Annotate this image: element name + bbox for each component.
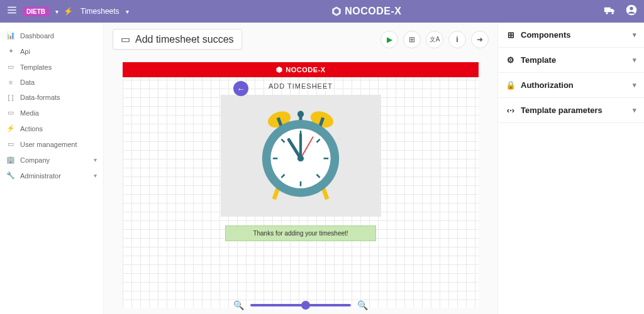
template-icon: ⚙ <box>506 55 516 65</box>
translate-button[interactable]: 文A <box>426 31 443 48</box>
accordion-label: Components <box>521 30 570 40</box>
sidebar-item-actions[interactable]: ⚡Actions <box>0 121 103 136</box>
sidebar-item-company[interactable]: 🏢Company▾ <box>0 152 103 168</box>
svg-point-32 <box>297 155 304 161</box>
canvas[interactable]: NOCODE-X ADD TIMESHEET ← <box>123 62 479 308</box>
components-icon: ⊞ <box>506 30 516 40</box>
canvas-subtitle: ADD TIMESHEET <box>123 77 479 95</box>
sidebar-label: Templates <box>20 63 52 71</box>
templates-icon: ▭ <box>6 63 15 71</box>
brand-text: NOCODE-X <box>345 6 401 17</box>
alarm-clock-icon <box>247 102 354 209</box>
api-icon: ✦ <box>6 47 15 55</box>
zoom-slider[interactable] <box>250 304 351 306</box>
zoom-bar: 🔍 🔍 <box>233 300 368 310</box>
zoom-slider-thumb[interactable] <box>301 301 310 310</box>
back-button[interactable]: ← <box>233 81 248 96</box>
admin-icon: 🔧 <box>6 171 15 180</box>
page-title-chip[interactable]: ▭ Add timesheet succes <box>113 29 242 50</box>
sidebar-item-user-management[interactable]: ▭User management <box>0 136 103 152</box>
dashboard-icon: 📊 <box>6 31 15 40</box>
chevron-down-icon: ▾ <box>633 106 636 114</box>
sidebar-item-data[interactable]: ≡Data <box>0 75 103 90</box>
accordion-components[interactable]: ⊞ Components ▾ <box>498 23 644 48</box>
sidebar-label: Actions <box>20 125 43 133</box>
sidebar-item-templates[interactable]: ▭Templates <box>0 59 103 75</box>
actions-icon: ⚡ <box>6 124 15 133</box>
success-banner[interactable]: Thanks for adding your timesheet! <box>225 225 376 241</box>
chevron-down-icon: ▾ <box>94 156 97 163</box>
media-icon: ▭ <box>6 109 15 117</box>
menu-icon[interactable] <box>6 4 18 18</box>
accordion-label: Template parameters <box>521 106 602 115</box>
workspace-badge[interactable]: DIETB <box>23 7 49 16</box>
page-title: Add timesheet succes <box>135 34 234 45</box>
sidebar-item-administrator[interactable]: 🔧Administrator▾ <box>0 168 103 183</box>
sidebar-label: Company <box>20 156 50 164</box>
sidebar-label: Data <box>20 78 35 86</box>
svg-point-6 <box>606 12 608 14</box>
data-icon: ≡ <box>6 78 15 86</box>
more-button[interactable]: ➜ <box>471 31 489 48</box>
accordion-template-parameters[interactable]: ‹·› Template parameters ▾ <box>498 98 644 123</box>
brand: NOCODE-X <box>134 6 599 17</box>
sidebar: 📊Dashboard ✦Api ▭Templates ≡Data [ ]Data… <box>0 23 104 314</box>
chevron-down-icon: ▾ <box>633 31 636 39</box>
sidebar-label: Api <box>20 48 30 55</box>
svg-point-7 <box>612 12 614 14</box>
brand-logo-small-icon <box>275 66 283 73</box>
svg-rect-5 <box>604 8 611 12</box>
users-icon: ▭ <box>6 140 15 148</box>
sidebar-item-media[interactable]: ▭Media <box>0 105 103 121</box>
svg-point-9 <box>630 7 633 10</box>
accordion-authorization[interactable]: 🔒 Authorization ▾ <box>498 73 644 98</box>
lock-icon: 🔒 <box>506 80 516 90</box>
clock-card[interactable] <box>221 95 381 217</box>
sidebar-label: Administrator <box>20 172 61 180</box>
sidebar-item-data-formats[interactable]: [ ]Data-formats <box>0 90 103 105</box>
zoom-out-icon[interactable]: 🔍 <box>233 300 244 310</box>
params-icon: ‹·› <box>506 106 516 115</box>
accordion-label: Template <box>521 55 556 65</box>
tree-button[interactable]: ⊞ <box>403 31 421 48</box>
svg-marker-10 <box>277 67 282 73</box>
account-icon[interactable] <box>625 4 638 19</box>
sidebar-label: Data-formats <box>20 94 60 101</box>
breadcrumb-icon: ⚡ <box>64 7 73 16</box>
sidebar-item-dashboard[interactable]: 📊Dashboard <box>0 28 103 43</box>
sidebar-label: Dashboard <box>20 32 54 40</box>
workspace-chevron-icon[interactable]: ▾ <box>55 8 58 15</box>
formats-icon: [ ] <box>6 94 15 101</box>
breadcrumb-label[interactable]: Timesheets <box>80 7 119 16</box>
sidebar-label: User management <box>20 141 77 148</box>
sidebar-item-api[interactable]: ✦Api <box>0 43 103 59</box>
topbar: DIETB ▾ ⚡ Timesheets ▾ NOCODE-X <box>0 0 644 23</box>
truck-icon[interactable] <box>604 4 616 19</box>
zoom-in-icon[interactable]: 🔍 <box>357 300 368 310</box>
info-button[interactable]: i <box>448 31 466 48</box>
run-button[interactable]: ▶ <box>380 31 398 48</box>
main-toolbar: ▭ Add timesheet succes ▶ ⊞ 文A i ➜ <box>104 23 497 56</box>
accordion-template[interactable]: ⚙ Template ▾ <box>498 48 644 73</box>
chevron-down-icon: ▾ <box>633 81 636 89</box>
accordion-label: Authorization <box>521 80 574 90</box>
chevron-down-icon: ▾ <box>94 172 97 179</box>
chevron-down-icon: ▾ <box>633 56 636 64</box>
breadcrumb-chevron-icon[interactable]: ▾ <box>126 8 129 15</box>
right-panel: ⊞ Components ▾ ⚙ Template ▾ 🔒 Authorizat… <box>498 23 644 314</box>
page-icon: ▭ <box>121 33 130 45</box>
main-area: ▭ Add timesheet succes ▶ ⊞ 文A i ➜ NOCODE… <box>104 23 498 314</box>
canvas-header: NOCODE-X <box>123 62 479 77</box>
brand-logo-icon <box>331 6 342 17</box>
company-icon: 🏢 <box>6 156 15 164</box>
canvas-wrapper: NOCODE-X ADD TIMESHEET ← <box>123 62 479 308</box>
sidebar-label: Media <box>20 109 39 117</box>
canvas-header-text: NOCODE-X <box>286 66 325 73</box>
